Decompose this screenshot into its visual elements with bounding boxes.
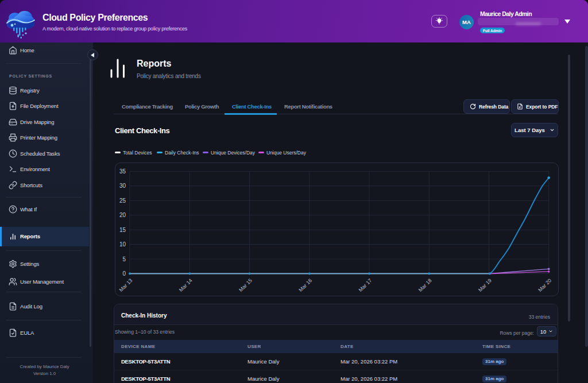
svg-text:Mar 16: Mar 16	[297, 277, 313, 293]
svg-text:0: 0	[122, 270, 126, 277]
svg-text:35: 35	[119, 168, 126, 175]
svg-text:15: 15	[119, 227, 126, 233]
svg-text:Mar 20: Mar 20	[537, 277, 552, 293]
svg-text:Mar 18: Mar 18	[417, 277, 433, 293]
svg-text:Mar 19: Mar 19	[477, 277, 493, 293]
svg-text:Mar 17: Mar 17	[358, 277, 373, 293]
svg-text:5: 5	[122, 256, 126, 262]
svg-text:Mar 13: Mar 13	[118, 277, 134, 293]
svg-text:Mar 14: Mar 14	[178, 277, 194, 293]
svg-text:25: 25	[119, 198, 126, 204]
svg-text:30: 30	[119, 183, 126, 189]
svg-text:20: 20	[119, 212, 126, 218]
svg-text:Mar 15: Mar 15	[238, 277, 253, 293]
svg-text:10: 10	[119, 241, 126, 247]
